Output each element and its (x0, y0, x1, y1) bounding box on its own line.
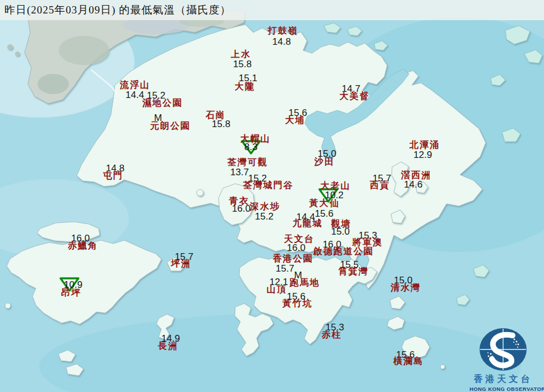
map-geography (0, 0, 544, 392)
station-name-label: 香港公園 (273, 254, 313, 263)
station-name-label: 觀塘 (331, 220, 351, 228)
station-value: 14.8 (272, 37, 291, 46)
hko-logo-english: HONG KONG OBSERVATORY (469, 386, 537, 392)
station-name-label: 西貢 (370, 181, 390, 190)
station-name-label: 元朗公園 (150, 122, 190, 130)
station-name-label: 天文台 (284, 235, 314, 244)
station-name-label: 長洲 (158, 342, 178, 351)
station-name-label: 荃灣城門谷 (243, 181, 294, 190)
station-value: 15.2 (255, 212, 273, 221)
station-name-label: 坪洲 (171, 259, 191, 268)
station-value: 15.6 (315, 209, 333, 218)
hko-logo-chinese: 香港天文台 (469, 374, 537, 385)
hko-logo-icon (478, 327, 528, 372)
station-name-label: 沙田 (314, 157, 334, 166)
station-name-label: 山頂 (267, 285, 287, 294)
station-name-label: 石崗 (206, 111, 226, 120)
station-name-label: 濕地公園 (142, 99, 183, 108)
station-name-label: 大帽山 (240, 134, 271, 143)
station-name-label: 清水灣 (390, 283, 421, 292)
station-value: 14.6 (404, 180, 422, 189)
station-name-label: 流浮山 (120, 81, 150, 90)
station-name-label: 大美督 (340, 92, 370, 101)
station-name-label: 滘西洲 (401, 171, 431, 180)
station-name-label: 荃灣可觀 (227, 158, 268, 167)
station-value: 15.7 (276, 264, 294, 273)
station-name-label: 跑馬地 (290, 278, 320, 287)
station-name-label: 黃竹坑 (282, 299, 313, 308)
station-value: 8.3 (244, 142, 258, 152)
station-name-label: 大埔 (285, 116, 305, 125)
station-name-label: 橫瀾島 (393, 357, 424, 366)
station-value: 15.8 (212, 119, 230, 129)
station-name-label: 打鼓嶺 (268, 26, 298, 35)
station-name-label: 深水埗 (250, 202, 280, 211)
station-name-label: 昂坪 (61, 288, 81, 297)
station-name-label: 大老山 (320, 181, 351, 190)
station-name-label: 啟德跑道公園 (313, 247, 374, 256)
station-name-label: 大隴 (235, 82, 255, 91)
station-name-label: 將軍澳 (352, 238, 383, 247)
station-name-label: 黃大仙 (309, 199, 340, 208)
station-name-label: 屯門 (103, 171, 123, 180)
station-name-label: 赤鱲角 (68, 241, 98, 250)
station-name-label: 上水 (231, 50, 251, 59)
station-name-label: 九龍城 (292, 219, 323, 228)
hko-logo: 香港天文台 HONG KONG OBSERVATORY (469, 327, 537, 392)
station-value: 12.9 (413, 150, 432, 160)
map-canvas: 昨日(2025年03月09日) 的最低氣溫（攝氏度） 14.8打鼓嶺15.8上水… (0, 0, 544, 392)
map-title: 昨日(2025年03月09日) 的最低氣溫（攝氏度） (4, 3, 231, 17)
station-value: 15.8 (233, 59, 252, 69)
station-name-label: 青衣 (229, 197, 249, 206)
station-value: 13.7 (230, 167, 249, 177)
station-name-label: 筲箕灣 (338, 267, 369, 276)
station-value: 14.4 (125, 90, 144, 100)
sea-deep-south (39, 314, 521, 392)
station-name-label: 北潭涌 (410, 141, 440, 150)
station-value: 16.0 (287, 243, 305, 253)
station-name-label: 赤柱 (322, 330, 342, 339)
